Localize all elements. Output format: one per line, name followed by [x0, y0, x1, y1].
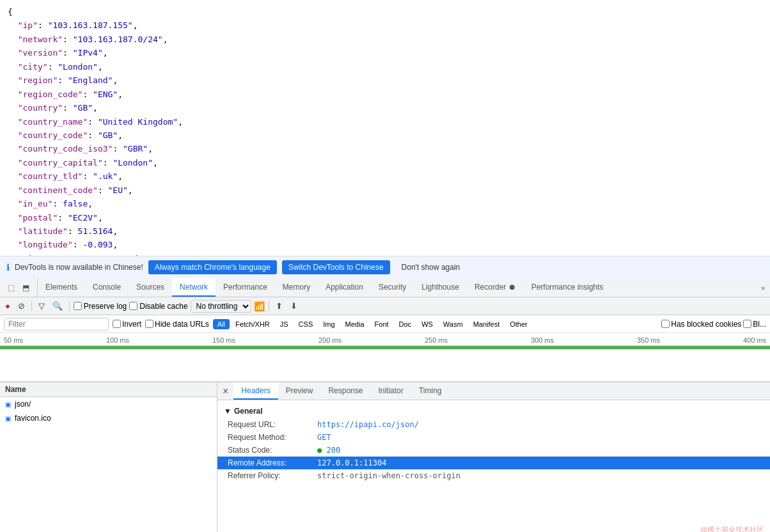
- details-tab-timing[interactable]: Timing: [411, 382, 450, 400]
- request-method-value: GET: [317, 433, 331, 442]
- hide-data-urls-checkbox[interactable]: Hide data URLs: [145, 320, 209, 329]
- details-content-area: ▼ General Request URL: https://ipapi.co/…: [217, 400, 770, 532]
- has-blocked-cookies-input[interactable]: [661, 320, 670, 328]
- notification-bar: ℹ DevTools is now available in Chinese! …: [0, 256, 770, 278]
- blocked-input[interactable]: [743, 320, 751, 328]
- tab-icon-area: ⬚ ⬒: [0, 278, 38, 297]
- details-panel: × Headers Preview Response Initiator Tim…: [217, 382, 770, 532]
- request-url-value: https://ipapi.co/json/: [317, 420, 419, 429]
- timeline-mark-1: 100 ms: [106, 336, 129, 344]
- remote-address-value: 127.0.0.1:11304: [317, 458, 386, 467]
- details-tab-response[interactable]: Response: [320, 382, 370, 400]
- match-language-button[interactable]: Always match Chrome's language: [148, 260, 277, 274]
- network-item-json[interactable]: ▣ json/: [0, 397, 217, 411]
- wifi-icon: 📶: [254, 301, 265, 311]
- details-close-button[interactable]: ×: [217, 382, 233, 400]
- filter-type-wasm[interactable]: Wasm: [439, 319, 468, 329]
- name-panel-header: Name: [0, 382, 217, 397]
- filter-type-js[interactable]: JS: [276, 319, 293, 329]
- throttle-select[interactable]: No throttling Fast 3G Slow 3G Offline: [191, 300, 251, 313]
- details-tab-headers[interactable]: Headers: [233, 382, 278, 400]
- timeline-mark-7: 400 ms: [743, 336, 766, 344]
- filter-type-other[interactable]: Other: [505, 319, 532, 329]
- more-tabs-button[interactable]: »: [756, 278, 770, 297]
- tab-elements[interactable]: Elements: [38, 278, 85, 297]
- upload-button[interactable]: ⬆: [273, 300, 285, 312]
- timeline-mark-6: 350 ms: [637, 336, 660, 344]
- filter-types-group: All Fetch/XHR JS CSS Img Media Font Doc …: [213, 319, 532, 329]
- search-button[interactable]: 🔍: [50, 300, 65, 312]
- filter-type-doc[interactable]: Doc: [395, 319, 416, 329]
- details-tab-initiator[interactable]: Initiator: [370, 382, 411, 400]
- tab-console[interactable]: Console: [85, 278, 129, 297]
- detail-row-status-code: Status Code: ● 200: [217, 444, 770, 457]
- tab-performance-insights[interactable]: Performance insights: [524, 278, 611, 297]
- separator-2: [69, 301, 70, 311]
- disable-cache-checkbox[interactable]: Disable cache: [129, 302, 187, 311]
- detail-row-remote-address[interactable]: Remote Address: 127.0.0.1:11304: [217, 457, 770, 469]
- favicon-item-name: favicon.ico: [15, 414, 51, 423]
- details-tabs-bar: × Headers Preview Response Initiator Tim…: [217, 382, 770, 400]
- json-icon: ▣: [5, 401, 11, 408]
- filter-type-manifest[interactable]: Manifest: [469, 319, 505, 329]
- devtools-tabs: ⬚ ⬒ Elements Console Sources Network Per…: [0, 278, 770, 297]
- blocked-label: Bl...: [753, 320, 766, 329]
- disable-cache-label: Disable cache: [139, 302, 187, 311]
- tab-network[interactable]: Network: [172, 278, 216, 297]
- chevron-down-icon: ▼: [224, 407, 232, 416]
- switch-chinese-button[interactable]: Switch DevTools to Chinese: [282, 260, 390, 274]
- timeline-mark-4: 250 ms: [425, 336, 448, 344]
- tab-performance[interactable]: Performance: [216, 278, 275, 297]
- filter-type-all[interactable]: All: [213, 319, 230, 329]
- network-item-favicon[interactable]: ▣ favicon.ico: [0, 411, 217, 425]
- dont-show-again-button[interactable]: Don't show again: [395, 260, 467, 274]
- tab-lighthouse[interactable]: Lighthouse: [414, 278, 467, 297]
- preserve-log-checkbox[interactable]: Preserve log: [74, 302, 127, 311]
- referrer-policy-label: Referrer Policy:: [228, 471, 317, 480]
- info-icon: ℹ: [6, 262, 10, 272]
- download-button[interactable]: ⬇: [288, 300, 300, 312]
- disable-cache-input[interactable]: [129, 302, 138, 310]
- split-panel: Name ▣ json/ ▣ favicon.ico × Headers Pre…: [0, 382, 770, 532]
- network-toolbar: ● ⊘ ▽ 🔍 Preserve log Disable cache No th…: [0, 297, 770, 315]
- status-code-label: Status Code:: [228, 446, 317, 455]
- request-url-label: Request URL:: [228, 420, 317, 429]
- invert-checkbox[interactable]: Invert: [113, 320, 141, 329]
- tab-recorder[interactable]: Recorder ⏺: [467, 278, 524, 297]
- tab-application[interactable]: Application: [318, 278, 371, 297]
- filter-input[interactable]: [4, 318, 109, 331]
- has-blocked-cookies-checkbox[interactable]: Has blocked cookies: [661, 320, 741, 329]
- tab-sources[interactable]: Sources: [129, 278, 172, 297]
- has-blocked-cookies-group: Has blocked cookies Bl...: [661, 320, 766, 329]
- invert-input[interactable]: [113, 320, 121, 328]
- details-tab-preview[interactable]: Preview: [278, 382, 321, 400]
- referrer-policy-value: strict-origin-when-cross-origin: [317, 471, 460, 480]
- timeline-mark-3: 200 ms: [318, 336, 342, 344]
- filter-type-fetch-xhr[interactable]: Fetch/XHR: [231, 319, 274, 329]
- separator-3: [269, 301, 269, 311]
- remote-address-label: Remote Address:: [228, 458, 317, 467]
- preserve-log-label: Preserve log: [84, 302, 127, 311]
- filter-type-media[interactable]: Media: [341, 319, 369, 329]
- name-panel: Name ▣ json/ ▣ favicon.ico: [0, 382, 217, 532]
- filter-button[interactable]: ▽: [36, 300, 47, 312]
- detail-row-referrer-policy: Referrer Policy: strict-origin-when-cros…: [217, 469, 770, 482]
- blocked-label-group[interactable]: Bl...: [743, 320, 766, 329]
- tab-security[interactable]: Security: [371, 278, 414, 297]
- tab-memory[interactable]: Memory: [275, 278, 318, 297]
- json-display: { "ip": "103.163.187.155", "network": "1…: [8, 5, 762, 256]
- filter-type-font[interactable]: Font: [370, 319, 393, 329]
- inspect-element-button[interactable]: ⬚: [5, 282, 17, 293]
- timeline-mark-0: 50 ms: [4, 336, 23, 344]
- record-button[interactable]: ●: [3, 300, 13, 312]
- timeline-mark-5: 300 ms: [531, 336, 554, 344]
- filter-type-css[interactable]: CSS: [294, 319, 318, 329]
- separator-1: [31, 301, 32, 311]
- filter-type-ws[interactable]: WS: [417, 319, 437, 329]
- device-toolbar-button[interactable]: ⬒: [20, 282, 32, 293]
- preserve-log-input[interactable]: [74, 302, 82, 310]
- hide-data-urls-input[interactable]: [145, 320, 153, 328]
- clear-button[interactable]: ⊘: [15, 300, 28, 312]
- filter-type-img[interactable]: Img: [318, 319, 339, 329]
- detail-row-request-method: Request Method: GET: [217, 431, 770, 444]
